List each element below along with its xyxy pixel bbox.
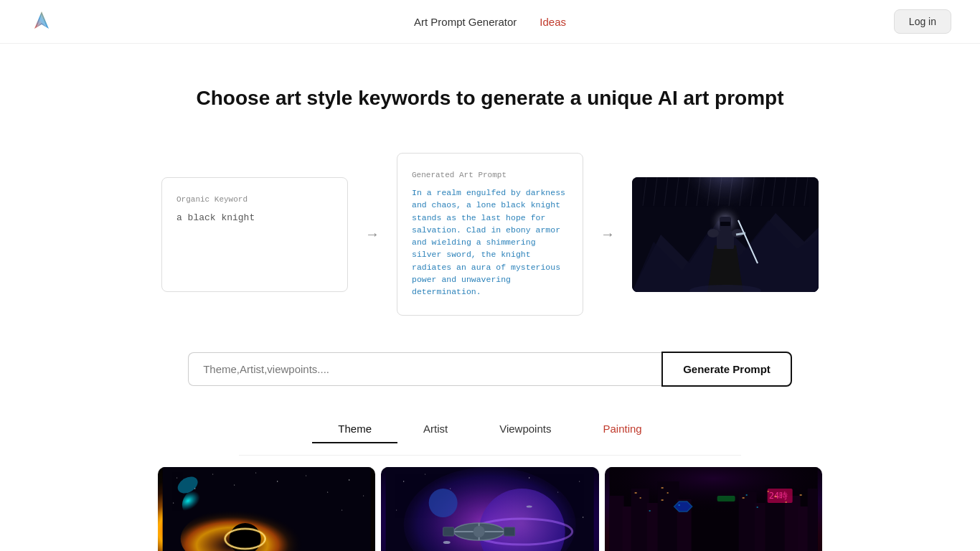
tab-theme[interactable]: Theme [312,415,397,443]
svg-rect-23 [720,222,730,226]
svg-rect-69 [443,527,454,536]
svg-point-33 [212,474,213,475]
svg-point-35 [255,473,256,474]
hero-title: Choose art style keywords to generate a … [14,87,966,110]
svg-rect-102 [639,497,641,499]
header: Art Prompt Generator Ideas Log in [0,0,980,44]
svg-rect-112 [678,504,679,506]
svg-rect-107 [767,491,768,492]
svg-point-42 [341,510,342,511]
generated-content: In a realm engulfed by darkness and chao… [412,187,568,298]
svg-point-71 [443,541,451,544]
svg-point-58 [583,517,583,518]
tab-painting[interactable]: Painting [577,415,667,443]
svg-point-39 [349,479,350,481]
input-section: Generate Prompt [0,330,980,401]
svg-point-40 [363,496,364,496]
gallery-item-black-hole[interactable] [158,467,375,551]
svg-rect-104 [666,492,668,494]
login-button[interactable]: Log in [894,9,951,34]
svg-point-31 [176,478,177,479]
svg-point-24 [707,229,719,237]
tab-viewpoints[interactable]: Viewpoints [473,415,577,443]
svg-rect-108 [774,496,776,497]
tab-artist[interactable]: Artist [397,415,473,443]
svg-rect-21 [717,231,734,249]
svg-point-54 [529,477,530,479]
svg-rect-110 [799,494,801,496]
hero-section: Choose art style keywords to generate a … [0,44,980,138]
svg-rect-86 [807,489,817,551]
svg-rect-75 [609,496,623,551]
organic-keyword-box: Organic Keyword a black knight [161,177,348,292]
svg-rect-101 [634,492,636,494]
gallery-section: 24時 [0,456,980,551]
svg-point-56 [579,481,580,482]
arrow-1: → [348,226,397,242]
generated-label: Generated Art Prompt [412,171,568,179]
svg-point-37 [306,476,306,476]
main-nav: Art Prompt Generator Ideas [414,16,566,28]
keyword-input[interactable] [188,352,661,386]
knight-image [632,177,819,292]
svg-point-57 [396,510,397,511]
svg-text:24時: 24時 [768,491,787,501]
gallery-item-cyberpunk-city[interactable]: 24時 [605,467,822,551]
svg-point-55 [557,492,558,493]
cyberpunk-city-svg: 24時 [605,467,822,551]
svg-rect-109 [785,501,786,503]
svg-point-53 [450,489,451,489]
organic-label: Organic Keyword [176,195,333,204]
tabs-section: Theme Artist Viewpoints Painting [239,401,741,456]
logo [29,9,55,34]
logo-icon [29,9,55,34]
svg-point-61 [429,489,458,517]
svg-rect-105 [661,499,663,501]
gallery-item-space-station[interactable] [381,467,598,551]
svg-rect-79 [657,481,679,551]
organic-content: a black knight [176,211,333,225]
svg-rect-113 [745,494,747,496]
svg-rect-90 [717,496,735,501]
arrow-2: → [583,226,632,242]
svg-point-38 [327,492,328,493]
black-hole-svg [158,467,375,551]
svg-point-36 [277,481,278,482]
svg-rect-114 [756,507,758,508]
knight-scene-svg [632,177,819,292]
svg-rect-103 [661,487,663,489]
svg-point-51 [403,481,404,482]
nav-ideas[interactable]: Ideas [540,16,566,28]
flow-section: Organic Keyword a black knight → Generat… [60,138,920,330]
svg-rect-106 [742,497,744,499]
svg-point-41 [173,503,174,504]
svg-rect-81 [738,492,756,551]
generate-prompt-button[interactable]: Generate Prompt [661,352,792,387]
svg-point-52 [425,474,425,475]
nav-art-prompt-generator[interactable]: Art Prompt Generator [414,16,517,28]
svg-point-72 [527,506,532,508]
svg-point-64 [473,526,485,537]
generated-prompt-box: Generated Art Prompt In a realm engulfed… [397,153,583,316]
svg-point-34 [234,485,235,486]
svg-rect-111 [649,510,650,512]
svg-rect-70 [504,527,515,536]
space-station-svg [381,467,598,551]
